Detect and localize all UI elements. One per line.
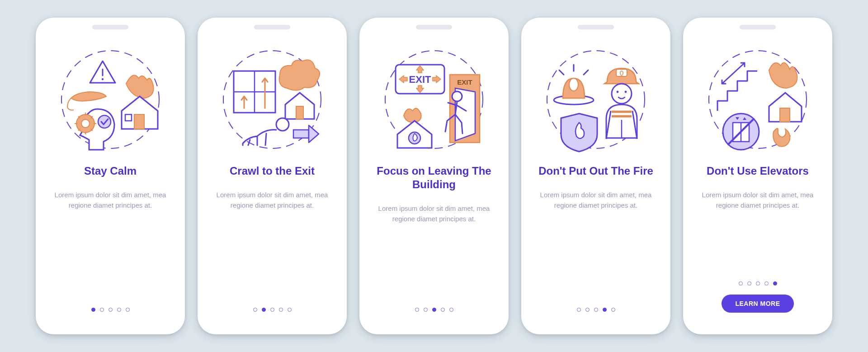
card-body: Lorem ipsum dolor sit dim amet, mea regi… (371, 203, 497, 224)
svg-point-2 (102, 78, 104, 80)
stairs-icon (717, 63, 757, 111)
onboarding-card-crawl-exit: Crawl to the Exit Lorem ipsum dolor sit … (198, 18, 347, 334)
illustration-dont-put-out-fire (539, 43, 652, 156)
svg-rect-23 (293, 130, 309, 138)
pager-dot[interactable] (432, 308, 436, 312)
pager-dots (91, 308, 130, 312)
svg-point-15 (98, 115, 111, 128)
svg-line-33 (559, 70, 564, 75)
head-gear-check-icon (75, 109, 114, 150)
fire-house-icon (769, 63, 802, 122)
card-title: Don't Use Elevators (705, 164, 811, 178)
exit-door-text: EXIT (457, 78, 472, 86)
svg-rect-21 (296, 106, 303, 119)
illustration-dont-use-elevators (701, 43, 814, 156)
svg-point-22 (276, 118, 289, 131)
pager-dots (739, 281, 777, 285)
pager-dot[interactable] (91, 308, 95, 312)
onboarding-card-dont-use-elevators: Don't Use Elevators Lorem ipsum dolor si… (683, 18, 832, 334)
svg-point-36 (612, 84, 632, 104)
exit-sign-icon: EXIT (396, 65, 444, 94)
card-body: Lorem ipsum dolor sit dim amet, mea regi… (47, 190, 173, 211)
pager-dot[interactable] (764, 281, 769, 285)
svg-rect-45 (780, 108, 790, 122)
svg-rect-3 (134, 114, 144, 129)
learn-more-button[interactable]: LEARN MORE (722, 295, 793, 313)
floor-plan-icon (234, 71, 275, 113)
illustration-leave-building: EXIT EXIT (377, 43, 491, 156)
card-body: Lorem ipsum dolor sit dim amet, mea regi… (209, 190, 335, 211)
hand-icon (67, 92, 106, 110)
card-body: Lorem ipsum dolor sit dim amet, mea regi… (533, 190, 659, 211)
pager-dots (253, 308, 292, 312)
onboarding-card-dont-put-out-fire: Don't Put Out The Fire Lorem ipsum dolor… (521, 18, 670, 334)
pager-dot[interactable] (117, 308, 121, 312)
pager-dot[interactable] (739, 281, 743, 285)
pager-dots (577, 308, 615, 312)
svg-point-38 (625, 91, 627, 93)
no-elevator-icon (723, 114, 759, 150)
pager-dot[interactable] (449, 308, 453, 312)
pager-dot[interactable] (424, 308, 428, 312)
pager-dot[interactable] (253, 308, 257, 312)
house-fire-small-icon (397, 108, 432, 148)
pager-dot[interactable] (288, 308, 292, 312)
pager-dot[interactable] (270, 308, 274, 312)
illustration-stay-calm (54, 43, 167, 156)
pager-dot[interactable] (585, 308, 590, 312)
firefighter-icon (604, 68, 639, 139)
svg-point-37 (617, 91, 619, 93)
exit-door-icon: EXIT (450, 75, 480, 143)
pager-dot[interactable] (611, 308, 615, 312)
pager-dot[interactable] (756, 281, 760, 285)
pager-dot[interactable] (279, 308, 283, 312)
flame-icon (773, 128, 790, 147)
house-fire-icon (122, 75, 158, 129)
pager-dot[interactable] (126, 308, 130, 312)
pager-dot[interactable] (594, 308, 598, 312)
svg-point-31 (569, 78, 578, 91)
svg-point-6 (81, 119, 90, 128)
pager-dot[interactable] (577, 308, 581, 312)
crawl-person-icon (243, 118, 289, 145)
onboarding-card-stay-calm: Stay Calm Lorem ipsum dolor sit dim amet… (36, 18, 185, 334)
svg-line-34 (584, 70, 588, 75)
svg-point-27 (452, 91, 462, 101)
card-body: Lorem ipsum dolor sit dim amet, mea regi… (695, 190, 821, 211)
siren-icon (554, 65, 594, 105)
illustration-crawl-exit (216, 43, 329, 156)
pager-dot[interactable] (415, 308, 419, 312)
fire-shield-icon (561, 114, 597, 152)
pager-dot[interactable] (441, 308, 445, 312)
pager-dot[interactable] (747, 281, 751, 285)
card-title: Don't Put Out The Fire (537, 164, 655, 178)
onboarding-card-leave-building: EXIT EXIT (359, 18, 509, 334)
warning-icon (90, 61, 115, 83)
pager-dot[interactable] (100, 308, 104, 312)
pager-dots (415, 308, 453, 312)
card-title: Focus on Leaving The Building (371, 164, 497, 191)
arrow-right-icon (293, 125, 319, 143)
pager-dot[interactable] (108, 308, 113, 312)
pager-dot[interactable] (603, 308, 607, 312)
pager-dot[interactable] (773, 281, 777, 285)
card-title: Stay Calm (82, 164, 138, 178)
pager-dot[interactable] (262, 308, 266, 312)
smoke-house-icon (279, 60, 320, 119)
card-title: Crawl to the Exit (228, 164, 316, 178)
exit-sign-text: EXIT (409, 74, 431, 85)
